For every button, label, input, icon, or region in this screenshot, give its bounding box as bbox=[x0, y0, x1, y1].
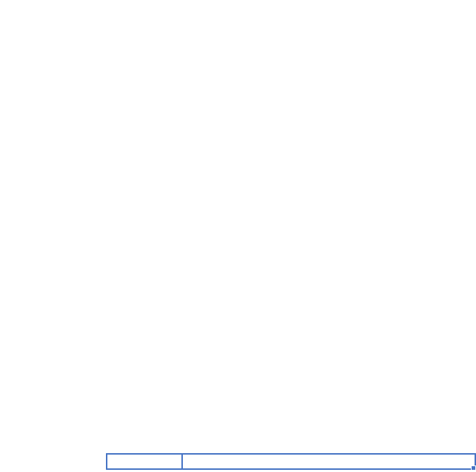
table-header-row bbox=[0, 93, 476, 117]
table-body bbox=[0, 117, 476, 472]
fill-handle[interactable] bbox=[471, 465, 476, 471]
spreadsheet bbox=[0, 0, 476, 472]
parameters-block bbox=[0, 0, 476, 93]
